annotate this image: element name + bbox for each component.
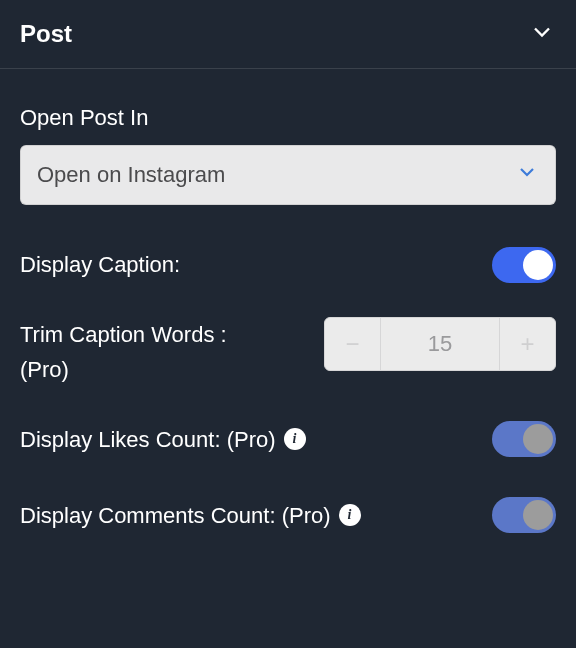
toggle-knob xyxy=(523,424,553,454)
chevron-down-icon xyxy=(528,18,556,50)
display-caption-label: Display Caption: xyxy=(20,247,180,282)
display-likes-row: Display Likes Count: (Pro) i xyxy=(20,415,556,463)
stepper-minus-button[interactable]: − xyxy=(325,318,381,370)
panel-title: Post xyxy=(20,20,72,48)
toggle-knob xyxy=(523,250,553,280)
trim-caption-label-line1: Trim Caption Words : xyxy=(20,322,227,347)
display-comments-row: Display Comments Count: (Pro) i xyxy=(20,491,556,539)
open-post-in-label: Open Post In xyxy=(20,105,556,131)
open-post-in-select-wrap: Open on Instagram xyxy=(20,145,556,205)
trim-caption-stepper: − 15 + xyxy=(324,317,556,371)
panel-body: Open Post In Open on Instagram Display C… xyxy=(0,69,576,539)
trim-caption-label: Trim Caption Words : (Pro) xyxy=(20,317,227,387)
panel-header[interactable]: Post xyxy=(0,0,576,69)
display-likes-label: Display Likes Count: (Pro) i xyxy=(20,422,306,457)
trim-caption-row: Trim Caption Words : (Pro) − 15 + xyxy=(20,317,556,387)
toggle-knob xyxy=(523,500,553,530)
info-icon[interactable]: i xyxy=(339,504,361,526)
display-likes-label-text: Display Likes Count: (Pro) xyxy=(20,422,276,457)
display-caption-row: Display Caption: xyxy=(20,241,556,289)
chevron-down-icon xyxy=(515,160,539,190)
open-post-in-select[interactable]: Open on Instagram xyxy=(20,145,556,205)
info-icon[interactable]: i xyxy=(284,428,306,450)
display-comments-label-text: Display Comments Count: (Pro) xyxy=(20,498,331,533)
display-comments-label: Display Comments Count: (Pro) i xyxy=(20,498,361,533)
display-comments-toggle[interactable] xyxy=(492,497,556,533)
stepper-value[interactable]: 15 xyxy=(381,318,499,370)
display-likes-toggle[interactable] xyxy=(492,421,556,457)
trim-caption-label-line2: (Pro) xyxy=(20,357,69,382)
stepper-plus-button[interactable]: + xyxy=(499,318,555,370)
open-post-in-selected: Open on Instagram xyxy=(37,162,225,188)
display-caption-toggle[interactable] xyxy=(492,247,556,283)
